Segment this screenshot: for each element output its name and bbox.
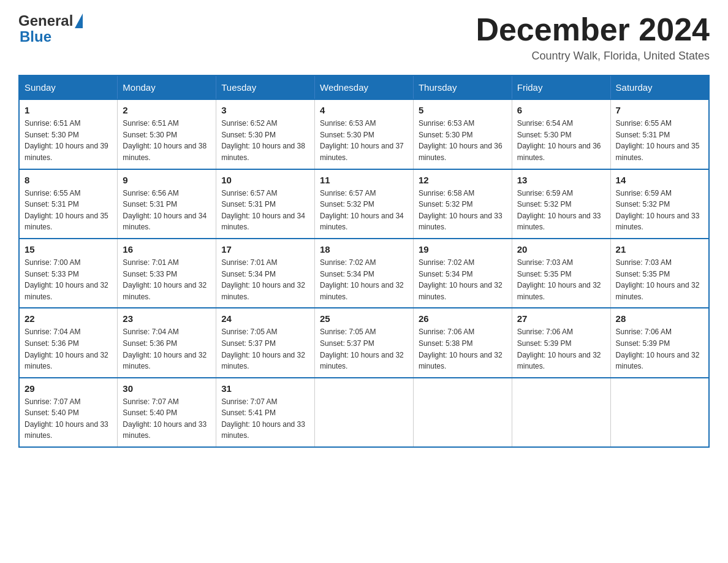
- day-number: 4: [320, 105, 408, 115]
- day-info: Sunrise: 7:05 AMSunset: 5:37 PMDaylight:…: [320, 326, 408, 372]
- day-number: 25: [320, 313, 408, 324]
- day-info: Sunrise: 6:52 AMSunset: 5:30 PMDaylight:…: [221, 118, 309, 163]
- calendar-cell: 21Sunrise: 7:03 AMSunset: 5:35 PMDayligh…: [610, 239, 709, 308]
- day-of-week-friday: Friday: [512, 75, 610, 99]
- calendar-cell: 24Sunrise: 7:05 AMSunset: 5:37 PMDayligh…: [216, 308, 315, 377]
- calendar-cell: 27Sunrise: 7:06 AMSunset: 5:39 PMDayligh…: [512, 308, 610, 377]
- calendar-cell: [610, 378, 709, 447]
- calendar-week-3: 15Sunrise: 7:00 AMSunset: 5:33 PMDayligh…: [19, 239, 709, 308]
- day-info: Sunrise: 6:55 AMSunset: 5:31 PMDaylight:…: [25, 188, 112, 233]
- day-info: Sunrise: 7:04 AMSunset: 5:36 PMDaylight:…: [123, 326, 211, 372]
- day-number: 10: [221, 175, 309, 185]
- day-number: 30: [123, 383, 211, 394]
- day-info: Sunrise: 7:07 AMSunset: 5:40 PMDaylight:…: [25, 396, 112, 442]
- logo-general-text: General: [18, 12, 73, 29]
- day-number: 21: [616, 244, 703, 255]
- day-info: Sunrise: 6:57 AMSunset: 5:31 PMDaylight:…: [221, 188, 309, 233]
- calendar-cell: 15Sunrise: 7:00 AMSunset: 5:33 PMDayligh…: [19, 239, 118, 308]
- day-info: Sunrise: 7:06 AMSunset: 5:38 PMDaylight:…: [419, 326, 507, 372]
- day-number: 17: [221, 244, 309, 255]
- day-info: Sunrise: 7:02 AMSunset: 5:34 PMDaylight:…: [419, 257, 507, 302]
- day-info: Sunrise: 7:02 AMSunset: 5:34 PMDaylight:…: [320, 257, 408, 302]
- day-info: Sunrise: 6:53 AMSunset: 5:30 PMDaylight:…: [320, 118, 408, 163]
- calendar-cell: 4Sunrise: 6:53 AMSunset: 5:30 PMDaylight…: [315, 99, 414, 169]
- calendar-cell: [512, 378, 610, 447]
- day-number: 11: [320, 175, 408, 185]
- calendar-week-2: 8Sunrise: 6:55 AMSunset: 5:31 PMDaylight…: [19, 169, 709, 239]
- day-number: 29: [25, 383, 112, 394]
- day-info: Sunrise: 6:59 AMSunset: 5:32 PMDaylight:…: [517, 188, 605, 233]
- calendar-cell: 2Sunrise: 6:51 AMSunset: 5:30 PMDaylight…: [118, 99, 216, 169]
- day-of-week-thursday: Thursday: [413, 75, 512, 99]
- day-number: 24: [221, 313, 309, 324]
- day-info: Sunrise: 7:03 AMSunset: 5:35 PMDaylight:…: [616, 257, 703, 302]
- logo: General Blue: [18, 12, 83, 45]
- calendar-cell: 31Sunrise: 7:07 AMSunset: 5:41 PMDayligh…: [216, 378, 315, 447]
- calendar-table: SundayMondayTuesdayWednesdayThursdayFrid…: [18, 75, 710, 448]
- day-number: 1: [25, 105, 112, 115]
- day-number: 2: [123, 105, 211, 115]
- calendar-cell: 28Sunrise: 7:06 AMSunset: 5:39 PMDayligh…: [610, 308, 709, 377]
- day-number: 9: [123, 175, 211, 185]
- calendar-cell: 26Sunrise: 7:06 AMSunset: 5:38 PMDayligh…: [413, 308, 512, 377]
- calendar-cell: 6Sunrise: 6:54 AMSunset: 5:30 PMDaylight…: [512, 99, 610, 169]
- calendar-cell: 25Sunrise: 7:05 AMSunset: 5:37 PMDayligh…: [315, 308, 414, 377]
- days-of-week-row: SundayMondayTuesdayWednesdayThursdayFrid…: [19, 75, 709, 99]
- day-info: Sunrise: 7:07 AMSunset: 5:41 PMDaylight:…: [221, 396, 309, 442]
- calendar-cell: 1Sunrise: 6:51 AMSunset: 5:30 PMDaylight…: [19, 99, 118, 169]
- calendar-cell: 20Sunrise: 7:03 AMSunset: 5:35 PMDayligh…: [512, 239, 610, 308]
- day-number: 28: [616, 313, 703, 324]
- day-number: 20: [517, 244, 605, 255]
- day-number: 13: [517, 175, 605, 185]
- day-info: Sunrise: 6:55 AMSunset: 5:31 PMDaylight:…: [616, 118, 703, 163]
- calendar-body: 1Sunrise: 6:51 AMSunset: 5:30 PMDaylight…: [19, 99, 709, 447]
- day-number: 12: [419, 175, 507, 185]
- day-number: 23: [123, 313, 211, 324]
- day-number: 3: [221, 105, 309, 115]
- calendar-cell: 18Sunrise: 7:02 AMSunset: 5:34 PMDayligh…: [315, 239, 414, 308]
- calendar-cell: 7Sunrise: 6:55 AMSunset: 5:31 PMDaylight…: [610, 99, 709, 169]
- calendar-cell: [315, 378, 414, 447]
- day-info: Sunrise: 6:51 AMSunset: 5:30 PMDaylight:…: [123, 118, 211, 163]
- day-info: Sunrise: 6:58 AMSunset: 5:32 PMDaylight:…: [419, 188, 507, 233]
- calendar-cell: 29Sunrise: 7:07 AMSunset: 5:40 PMDayligh…: [19, 378, 118, 447]
- day-number: 19: [419, 244, 507, 255]
- logo-blue-text: Blue: [20, 28, 51, 45]
- calendar-cell: 5Sunrise: 6:53 AMSunset: 5:30 PMDaylight…: [413, 99, 512, 169]
- page-header: General Blue December 2024 Country Walk,…: [18, 12, 710, 63]
- calendar-cell: 3Sunrise: 6:52 AMSunset: 5:30 PMDaylight…: [216, 99, 315, 169]
- day-info: Sunrise: 7:05 AMSunset: 5:37 PMDaylight:…: [221, 326, 309, 372]
- calendar-cell: 9Sunrise: 6:56 AMSunset: 5:31 PMDaylight…: [118, 169, 216, 239]
- month-title: December 2024: [476, 12, 710, 47]
- calendar-cell: 10Sunrise: 6:57 AMSunset: 5:31 PMDayligh…: [216, 169, 315, 239]
- calendar-cell: 11Sunrise: 6:57 AMSunset: 5:32 PMDayligh…: [315, 169, 414, 239]
- day-info: Sunrise: 6:56 AMSunset: 5:31 PMDaylight:…: [123, 188, 211, 233]
- calendar-week-1: 1Sunrise: 6:51 AMSunset: 5:30 PMDaylight…: [19, 99, 709, 169]
- day-info: Sunrise: 6:57 AMSunset: 5:32 PMDaylight:…: [320, 188, 408, 233]
- day-of-week-wednesday: Wednesday: [315, 75, 414, 99]
- logo-triangle-icon: [75, 13, 83, 28]
- calendar-week-5: 29Sunrise: 7:07 AMSunset: 5:40 PMDayligh…: [19, 378, 709, 447]
- day-number: 15: [25, 244, 112, 255]
- day-number: 14: [616, 175, 703, 185]
- day-info: Sunrise: 7:07 AMSunset: 5:40 PMDaylight:…: [123, 396, 211, 442]
- day-info: Sunrise: 7:01 AMSunset: 5:33 PMDaylight:…: [123, 257, 211, 302]
- calendar-cell: 14Sunrise: 6:59 AMSunset: 5:32 PMDayligh…: [610, 169, 709, 239]
- calendar-header: SundayMondayTuesdayWednesdayThursdayFrid…: [19, 75, 709, 99]
- calendar-cell: 30Sunrise: 7:07 AMSunset: 5:40 PMDayligh…: [118, 378, 216, 447]
- day-number: 16: [123, 244, 211, 255]
- day-of-week-monday: Monday: [118, 75, 216, 99]
- day-info: Sunrise: 6:51 AMSunset: 5:30 PMDaylight:…: [25, 118, 112, 163]
- day-number: 27: [517, 313, 605, 324]
- day-of-week-sunday: Sunday: [19, 75, 118, 99]
- title-section: December 2024 Country Walk, Florida, Uni…: [476, 12, 710, 63]
- calendar-week-4: 22Sunrise: 7:04 AMSunset: 5:36 PMDayligh…: [19, 308, 709, 377]
- day-info: Sunrise: 7:01 AMSunset: 5:34 PMDaylight:…: [221, 257, 309, 302]
- day-number: 8: [25, 175, 112, 185]
- day-info: Sunrise: 7:04 AMSunset: 5:36 PMDaylight:…: [25, 326, 112, 372]
- day-info: Sunrise: 6:53 AMSunset: 5:30 PMDaylight:…: [419, 118, 507, 163]
- day-of-week-saturday: Saturday: [610, 75, 709, 99]
- day-number: 31: [221, 383, 309, 394]
- day-number: 6: [517, 105, 605, 115]
- calendar-cell: 13Sunrise: 6:59 AMSunset: 5:32 PMDayligh…: [512, 169, 610, 239]
